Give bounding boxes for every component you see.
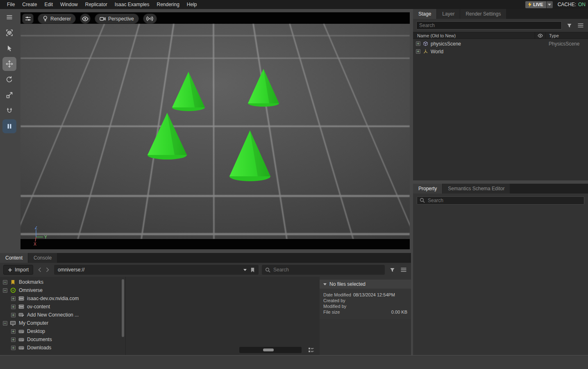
slider-handle[interactable] — [263, 348, 274, 351]
scale-tool-icon[interactable] — [2, 88, 16, 102]
tree-item-my-computer[interactable]: − My Computer — [0, 319, 125, 327]
column-name-header[interactable]: Name (Old to New) — [413, 33, 535, 38]
property-search-row — [413, 194, 588, 207]
drive-icon — [18, 329, 25, 334]
expand-toggle[interactable]: + — [11, 313, 16, 317]
file-grid-area[interactable] — [125, 277, 320, 355]
menu-create[interactable]: Create — [18, 0, 41, 9]
bookmark-add-icon[interactable] — [250, 267, 255, 273]
axis-z-label: Z — [35, 226, 37, 230]
signal-icon — [146, 16, 153, 21]
visibility-column-icon[interactable] — [535, 32, 545, 39]
axis-y-label: Y — [44, 235, 47, 239]
options-menu-icon[interactable] — [577, 21, 585, 30]
tree-scrollbar[interactable] — [122, 279, 124, 337]
field-modified-by: Modified by — [323, 303, 407, 309]
import-label: Import — [15, 267, 29, 273]
tree-item-label: isaac-dev.ov.nvidia.com — [27, 296, 79, 301]
select-tool-icon[interactable] — [2, 41, 16, 55]
tree-item-downloads[interactable]: + Downloads — [0, 344, 125, 352]
tree-item-label: Downloads — [27, 345, 51, 351]
tree-item-add-new-connection[interactable]: + Add New Connection ... — [0, 311, 125, 319]
expand-toggle[interactable]: + — [416, 49, 420, 54]
collapse-icon — [323, 283, 327, 285]
property-search-input[interactable] — [417, 196, 584, 205]
tree-item-omniverse[interactable]: − Omniverse — [0, 286, 125, 294]
axis-x-label: X — [34, 242, 36, 246]
forward-button[interactable] — [44, 265, 51, 275]
renderer-button[interactable]: Renderer — [38, 14, 76, 24]
isaac-sim-window: File Create Edit Window Replicator Isaac… — [0, 0, 588, 369]
sliders-icon — [25, 16, 31, 22]
visibility-button[interactable] — [80, 14, 91, 24]
server-icon — [18, 296, 25, 301]
expand-toggle[interactable]: − — [3, 321, 7, 326]
thumbnail-size-slider[interactable] — [239, 347, 302, 353]
live-dropdown-button[interactable] — [547, 1, 553, 8]
tab-property[interactable]: Property — [413, 184, 442, 194]
tree-item-isaac-dev[interactable]: + isaac-dev.ov.nvidia.com — [0, 294, 125, 303]
tab-layer[interactable]: Layer — [437, 9, 460, 19]
viewport-settings-button[interactable] — [22, 14, 34, 24]
move-tool-icon[interactable] — [2, 57, 16, 71]
menu-isaac-examples[interactable]: Isaac Examples — [111, 0, 153, 9]
menu-window[interactable]: Window — [57, 0, 82, 9]
menu-file[interactable]: File — [3, 0, 18, 9]
back-button[interactable] — [36, 265, 43, 275]
camera-button[interactable]: Perspective — [95, 14, 139, 24]
tree-item-ov-content[interactable]: + ov-content — [0, 303, 125, 311]
expand-toggle[interactable]: + — [11, 329, 16, 334]
tree-item-bookmarks[interactable]: − Bookmarks — [0, 278, 125, 286]
render-mode-button[interactable] — [143, 14, 157, 24]
path-field[interactable]: omniverse:// — [54, 265, 259, 275]
expand-toggle[interactable]: + — [11, 337, 16, 342]
details-header[interactable]: No files selected — [320, 280, 411, 289]
viewport-canvas[interactable] — [20, 12, 410, 249]
column-type-header[interactable]: Type — [545, 32, 588, 39]
tree-item-documents[interactable]: + Documents — [0, 335, 125, 344]
content-search-input[interactable] — [273, 267, 381, 273]
menu-help[interactable]: Help — [183, 0, 201, 9]
path-dropdown-icon[interactable] — [243, 269, 247, 271]
pause-button[interactable] — [2, 119, 16, 133]
tab-console[interactable]: Console — [28, 253, 57, 263]
tree-item-label: My Computer — [19, 320, 48, 326]
filter-icon[interactable] — [565, 21, 573, 30]
import-button[interactable]: Import — [3, 265, 33, 275]
rotate-tool-icon[interactable] — [2, 73, 16, 87]
filter-icon[interactable] — [388, 266, 396, 274]
selection-mode-icon[interactable] — [2, 26, 16, 40]
stage-row-world[interactable]: + World — [413, 48, 588, 55]
menu-edit[interactable]: Edit — [41, 0, 57, 9]
field-value: 0.00 KB — [391, 310, 407, 314]
viewport[interactable]: Renderer Perspective Z Y X — [20, 12, 410, 249]
expand-toggle[interactable]: + — [416, 41, 420, 46]
bookmark-icon — [9, 280, 16, 285]
grid-view-icon[interactable] — [308, 347, 314, 353]
chevron-down-icon — [548, 4, 551, 6]
tab-semantics-schema-editor[interactable]: Semantics Schema Editor — [443, 184, 510, 194]
expand-toggle[interactable]: + — [11, 296, 16, 301]
axis-gizmo: Z Y X — [31, 226, 49, 247]
stage-search-input[interactable] — [416, 21, 562, 30]
menu-replicator[interactable]: Replicator — [82, 0, 111, 9]
view-options-icon[interactable] — [400, 266, 408, 274]
tab-stage[interactable]: Stage — [413, 9, 436, 19]
snap-tool-icon[interactable] — [2, 104, 16, 118]
tree-item-desktop[interactable]: + Desktop — [0, 327, 125, 335]
expand-toggle[interactable]: + — [11, 346, 16, 350]
expand-toggle[interactable]: − — [3, 288, 7, 293]
toolbar-grip-icon[interactable] — [2, 10, 16, 24]
search-icon — [420, 198, 425, 203]
expand-toggle[interactable]: − — [3, 280, 7, 285]
tab-content[interactable]: Content — [0, 253, 28, 263]
live-label: LIVE — [533, 2, 543, 7]
menu-rendering[interactable]: Rendering — [153, 0, 183, 9]
eye-icon — [82, 16, 89, 21]
content-browser: Content Console Import omniverse:// — [0, 253, 411, 355]
tab-render-settings[interactable]: Render Settings — [460, 9, 506, 19]
live-button[interactable]: LIVE — [525, 1, 546, 8]
field-label: Date Modified — [323, 292, 351, 297]
stage-row-physicsscene[interactable]: + physicsScene PhysicsScene — [413, 40, 588, 48]
expand-toggle[interactable]: + — [11, 305, 16, 309]
